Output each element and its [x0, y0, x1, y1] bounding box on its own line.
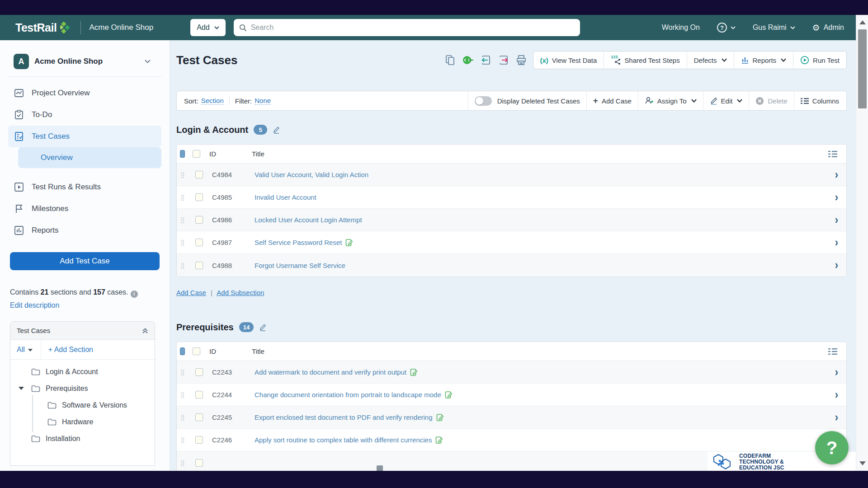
working-on-menu[interactable]: Working On — [662, 23, 700, 32]
table-row[interactable]: ⣿ C2246 Apply sort routine to complex ta… — [177, 429, 846, 451]
tree-section-item[interactable]: Software & Versions — [10, 397, 155, 413]
scrollbar-thumb[interactable] — [858, 29, 867, 108]
drag-handle-icon[interactable]: ⣿ — [180, 239, 188, 245]
xml-export-icon[interactable] — [462, 55, 474, 66]
drag-handle-icon[interactable]: ⣿ — [180, 172, 188, 178]
testrail-logo[interactable]: TestRail — [15, 21, 72, 34]
drag-handle-icon[interactable]: ⣿ — [180, 437, 188, 443]
drag-handle-icon[interactable]: ⣿ — [180, 369, 188, 375]
row-checkbox[interactable] — [195, 413, 203, 421]
table-row[interactable]: ⣿ C4986 Locked User Account Login Attemp… — [177, 209, 846, 231]
select-all-checkbox[interactable] — [193, 150, 200, 158]
add-dropdown-button[interactable]: Add — [190, 19, 225, 36]
reports-dropdown-button[interactable]: Reports — [734, 52, 793, 69]
copy-icon[interactable] — [445, 55, 455, 66]
scroll-down-arrow[interactable] — [859, 461, 866, 465]
view-test-data-button[interactable]: (x) View Test Data — [533, 52, 604, 69]
case-title-link[interactable]: Locked User Account Login Attempt — [255, 216, 362, 224]
drag-handle-icon[interactable]: ⣿ — [180, 194, 188, 200]
edit-section-icon[interactable] — [273, 126, 280, 134]
run-test-button[interactable]: Run Test — [793, 52, 846, 69]
drag-handle-icon[interactable]: ⣿ — [180, 263, 188, 268]
selection-column-icon[interactable] — [180, 150, 185, 158]
row-checkbox[interactable] — [195, 368, 203, 376]
caret-down-icon[interactable] — [19, 387, 24, 390]
drag-handle-icon[interactable]: ⣿ — [180, 460, 188, 466]
row-open-chevron[interactable]: › — [835, 259, 838, 271]
shared-test-steps-button[interactable]: 123 Shared Test Steps — [604, 52, 686, 69]
sidebar-item-project-overview[interactable]: Project Overview — [8, 82, 161, 104]
row-checkbox[interactable] — [195, 262, 203, 269]
columns-config-icon[interactable] — [828, 348, 837, 355]
help-menu[interactable]: ? — [717, 23, 736, 33]
case-title-link[interactable]: Export enclosed test document to PDF and… — [255, 413, 433, 421]
row-checkbox[interactable] — [195, 171, 203, 178]
tree-section-item[interactable]: Login & Account — [10, 363, 155, 380]
table-row[interactable]: ⣿ C2245 Export enclosed test document to… — [177, 406, 846, 429]
selection-column-icon[interactable] — [180, 347, 185, 355]
edit-section-icon[interactable] — [259, 323, 266, 331]
tree-section-item[interactable]: Prerequisites — [10, 380, 155, 397]
scroll-up-arrow[interactable] — [859, 20, 866, 24]
case-title-link[interactable]: Apply sort routine to complex table with… — [255, 436, 432, 444]
add-case-link[interactable]: Add Case — [176, 289, 206, 296]
tree-section-item[interactable]: Installation — [10, 430, 155, 447]
table-row[interactable]: ⣿ C4988 Forgot Username Self Service › — [177, 254, 846, 277]
import-icon[interactable] — [481, 55, 491, 65]
collapse-icon[interactable] — [142, 328, 148, 334]
table-row[interactable]: ⣿ C4984 Valid User Account, Valid Login … — [177, 164, 846, 186]
row-checkbox[interactable] — [195, 239, 203, 246]
help-fab-button[interactable]: ? — [815, 431, 849, 465]
case-title-link[interactable]: Forgot Username Self Service — [255, 262, 345, 269]
display-deleted-toggle[interactable] — [475, 96, 492, 106]
print-icon[interactable] — [516, 55, 527, 66]
row-open-chevron[interactable]: › — [835, 366, 838, 378]
defects-dropdown-button[interactable]: Defects — [687, 52, 734, 69]
case-title-link[interactable]: Valid User Account, Valid Login Action — [255, 171, 368, 178]
table-row[interactable]: ⣿ C2243 Add watermark to document and ve… — [177, 361, 846, 384]
add-subsection-link[interactable]: Add Subsection — [217, 289, 264, 296]
sort-value-link[interactable]: Section — [201, 97, 224, 105]
row-checkbox[interactable] — [195, 459, 203, 467]
add-section-link[interactable]: + Add Section — [41, 340, 100, 359]
select-all-checkbox[interactable] — [193, 347, 200, 355]
columns-config-icon[interactable] — [828, 150, 837, 158]
case-title-link[interactable]: Self Service Password Reset — [255, 239, 342, 246]
add-test-case-button[interactable]: Add Test Case — [10, 252, 160, 270]
sidebar-item-todo[interactable]: To-Do — [8, 104, 161, 126]
edit-dropdown-button[interactable]: Edit — [710, 97, 743, 105]
sidebar-item-milestones[interactable]: Milestones — [8, 198, 161, 220]
row-open-chevron[interactable]: › — [835, 389, 838, 400]
sidebar-item-test-runs[interactable]: Test Runs & Results — [8, 176, 161, 198]
delete-button[interactable]: Delete — [755, 97, 787, 105]
sidebar-item-reports[interactable]: Reports — [8, 220, 161, 241]
row-open-chevron[interactable]: › — [835, 214, 838, 225]
tree-section-item[interactable]: Hardware — [10, 413, 155, 430]
row-checkbox[interactable] — [195, 391, 203, 399]
row-open-chevron[interactable]: › — [835, 192, 838, 203]
drag-handle-icon[interactable]: ⣿ — [180, 414, 188, 420]
case-title-link[interactable]: Change document orientation from portrai… — [255, 391, 441, 399]
row-checkbox[interactable] — [195, 436, 203, 444]
table-row[interactable]: ⣿ C4987 Self Service Password Reset › — [177, 231, 846, 254]
drag-handle-icon[interactable]: ⣿ — [180, 392, 188, 398]
row-open-chevron[interactable]: › — [835, 169, 838, 180]
table-row[interactable]: ⣿ C4985 Invalid User Account › — [177, 186, 846, 209]
tree-scope-dropdown[interactable]: All — [10, 340, 41, 359]
drag-handle-icon[interactable]: ⣿ — [180, 217, 188, 223]
info-icon[interactable]: i — [131, 291, 138, 298]
filter-value-link[interactable]: None — [255, 97, 271, 105]
columns-button[interactable]: Columns — [801, 97, 839, 105]
page-scrollbar[interactable] — [856, 15, 868, 471]
search-input[interactable] — [251, 23, 575, 32]
row-checkbox[interactable] — [195, 193, 203, 201]
row-open-chevron[interactable]: › — [835, 237, 838, 248]
row-open-chevron[interactable]: › — [835, 412, 838, 423]
export-icon[interactable] — [498, 55, 509, 65]
sidebar-item-test-cases[interactable]: Test Cases — [8, 126, 161, 147]
project-switcher[interactable]: A Acme Online Shop — [8, 52, 161, 71]
add-case-button[interactable]: + Add Case — [593, 97, 632, 105]
case-title-link[interactable]: Add watermark to document and verify pri… — [255, 368, 406, 376]
table-row[interactable]: ⣿ C2244 Change document orientation from… — [177, 384, 846, 406]
assign-to-dropdown-button[interactable]: Assign To — [645, 96, 697, 105]
